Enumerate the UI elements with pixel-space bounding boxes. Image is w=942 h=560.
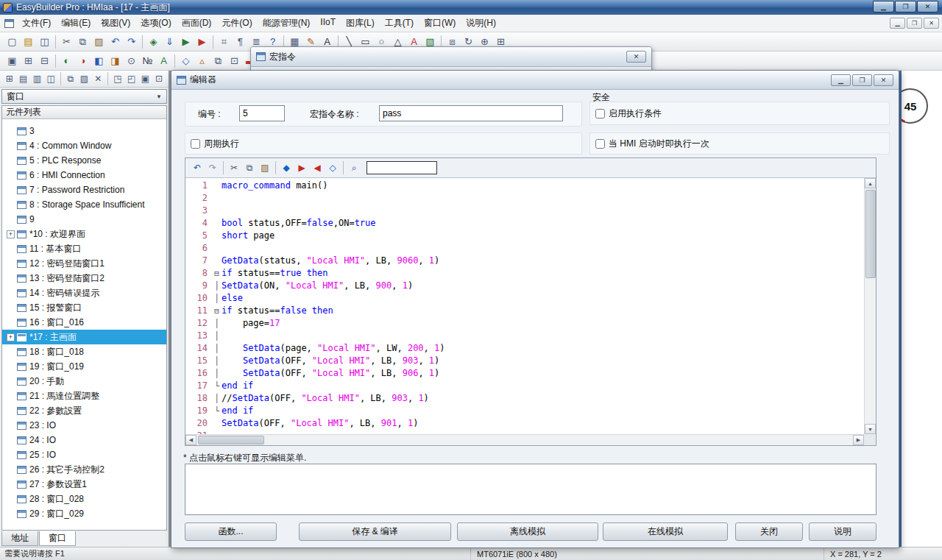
- window-preview-icon[interactable]: ◫: [44, 72, 57, 86]
- tree-item-22[interactable]: 25 : IO: [2, 447, 166, 462]
- run-once-checkbox[interactable]: 当 HMI 启动时即执行一次: [595, 136, 709, 151]
- menu-item-9[interactable]: 工具(T): [380, 15, 419, 32]
- periodic-checkbox-input[interactable]: [191, 139, 200, 149]
- code-line[interactable]: 19└end if: [185, 405, 864, 417]
- ascii-input-icon[interactable]: A: [156, 53, 171, 68]
- macro-number-input[interactable]: [239, 105, 285, 121]
- menu-item-8[interactable]: 图库(L): [341, 15, 380, 32]
- horizontal-scrollbar[interactable]: ◀ ▶: [185, 434, 864, 445]
- scroll-up-arrow[interactable]: ▲: [865, 178, 876, 188]
- window-settings-icon[interactable]: ▣: [138, 72, 152, 86]
- minimize-button[interactable]: ▁: [873, 1, 894, 13]
- run-once-checkbox-input[interactable]: [595, 139, 605, 149]
- code-line[interactable]: 12│ page=17: [185, 317, 864, 330]
- undo-icon[interactable]: ↶: [190, 160, 205, 175]
- horizontal-scroll-thumb[interactable]: [198, 436, 264, 444]
- bookmark-next-icon[interactable]: ▶: [294, 160, 309, 175]
- code-line[interactable]: 11⊟if status==false then: [185, 305, 864, 317]
- exec-condition-checkbox-input[interactable]: [595, 109, 605, 118]
- code-line[interactable]: 8⊟if status==true then: [185, 267, 864, 280]
- cut-icon[interactable]: ✂: [59, 34, 74, 49]
- download-icon[interactable]: ⇓: [162, 34, 177, 49]
- code-search-input[interactable]: [366, 161, 437, 174]
- save-compile-button[interactable]: 保存 & 编译: [299, 522, 451, 541]
- tree-item-3[interactable]: 6 : HMI Connection: [2, 168, 166, 182]
- window-copy-icon[interactable]: ⧉: [64, 72, 77, 86]
- numeric-input-icon[interactable]: №: [140, 53, 155, 68]
- bookmark-toggle-icon[interactable]: ◆: [279, 160, 294, 175]
- code-line[interactable]: 14│ SetData(page, "Local HMI", LW, 200, …: [185, 342, 864, 355]
- address-grid-icon[interactable]: ⌗: [216, 34, 232, 49]
- periodic-checkbox[interactable]: 周期执行: [191, 136, 239, 151]
- offline-simulation-icon[interactable]: ▶: [178, 34, 194, 49]
- code-line[interactable]: 16│ SetData(OFF, "Local HMI", LB, 906, 1…: [185, 367, 864, 380]
- code-line[interactable]: 2: [185, 192, 864, 205]
- tree-item-12[interactable]: 15 : 报警窗口: [2, 300, 166, 315]
- tree-item-9[interactable]: 12 : 密码登陆窗口1: [2, 256, 166, 271]
- window-delete-icon[interactable]: ✕: [91, 72, 105, 86]
- bit-lamp-icon[interactable]: ◐: [59, 53, 74, 68]
- tree-item-16[interactable]: 19 : 窗口_019: [2, 359, 166, 374]
- menu-item-1[interactable]: 编辑(E): [56, 15, 96, 32]
- tree-expander-icon[interactable]: +: [7, 333, 15, 341]
- online-simulation-icon[interactable]: ▶: [194, 34, 210, 49]
- code-line[interactable]: 7GetData(status, "Local HMI", LB, 9060, …: [185, 255, 864, 267]
- menu-item-2[interactable]: 视图(V): [96, 15, 135, 32]
- tree-item-2[interactable]: 5 : PLC Response: [2, 153, 166, 168]
- animation-icon[interactable]: ▵: [194, 53, 210, 68]
- tree-item-7[interactable]: +*10 : 欢迎界面: [2, 227, 166, 241]
- code-line[interactable]: 18│//SetData(OFF, "Local HMI", LB, 903, …: [185, 392, 864, 405]
- tree-item-4[interactable]: 7 : Password Restriction: [2, 182, 166, 197]
- redo-icon[interactable]: ↷: [205, 160, 220, 175]
- tree-item-23[interactable]: 26 : 其它手动控制2: [2, 462, 166, 477]
- panel-selector[interactable]: 窗口 ▼: [1, 89, 167, 104]
- tree-item-5[interactable]: 8 : Storage Space Insufficient: [2, 197, 166, 212]
- scroll-down-arrow[interactable]: ▼: [865, 424, 876, 434]
- tree-item-24[interactable]: 27 : 参数设置1: [2, 477, 166, 492]
- macro-name-input[interactable]: [379, 105, 563, 121]
- macro-window-close-button[interactable]: ✕: [626, 51, 646, 63]
- code-line[interactable]: 5short page: [185, 230, 864, 242]
- mdi-child-icon[interactable]: [4, 19, 14, 28]
- tree-item-10[interactable]: 13 : 密码登陆窗口2: [2, 271, 166, 286]
- compile-icon[interactable]: ◈: [146, 34, 161, 49]
- mdi-restore-button[interactable]: ❐: [907, 18, 922, 29]
- scroll-left-arrow[interactable]: ◀: [185, 435, 196, 445]
- tree-item-15[interactable]: 18 : 窗口_018: [2, 344, 166, 359]
- tree-item-21[interactable]: 24 : IO: [2, 433, 166, 447]
- indirect-window-icon[interactable]: ⧉: [210, 53, 226, 68]
- code-area[interactable]: 1macro_command main()234bool status,OFF=…: [185, 178, 864, 434]
- label-library-icon[interactable]: ¶: [233, 34, 248, 49]
- open-file-icon[interactable]: ▤: [21, 34, 36, 49]
- find-icon[interactable]: ⌕: [347, 160, 361, 175]
- new-window-icon[interactable]: ⊞: [3, 72, 16, 86]
- offline-simulation-button[interactable]: 离线模拟: [457, 522, 598, 541]
- vertical-scroll-thumb[interactable]: [865, 190, 876, 278]
- menu-item-7[interactable]: IIoT: [315, 15, 341, 32]
- menu-item-6[interactable]: 能源管理(N): [258, 15, 316, 32]
- bookmark-prev-icon[interactable]: ◀: [310, 160, 325, 175]
- tree-expander-icon[interactable]: +: [7, 230, 15, 238]
- code-line[interactable]: 20SetData(OFF, "Local HMI", LB, 901, 1): [185, 417, 864, 430]
- code-line[interactable]: 10│else: [185, 292, 864, 305]
- close-button[interactable]: ✕: [917, 1, 938, 13]
- code-line[interactable]: 15│ SetData(OFF, "Local HMI", LB, 903, 1…: [185, 355, 864, 367]
- window-grid-icon[interactable]: ⊡: [152, 72, 166, 86]
- code-line[interactable]: 17└end if: [185, 380, 864, 392]
- window-settings-icon[interactable]: ▣: [4, 53, 20, 68]
- menu-item-10[interactable]: 窗口(W): [419, 15, 461, 32]
- copy-icon[interactable]: ⧉: [75, 34, 91, 49]
- compile-message-box[interactable]: [185, 464, 877, 515]
- redo-icon[interactable]: ↷: [124, 34, 139, 49]
- moving-shape-icon[interactable]: ◇: [178, 53, 194, 68]
- bookmark-clear-icon[interactable]: ◇: [325, 160, 340, 175]
- menu-item-11[interactable]: 说明(H): [461, 15, 501, 32]
- fold-marker-icon[interactable]: ⊟: [212, 305, 222, 317]
- functions-button[interactable]: 函数...: [185, 522, 277, 541]
- panel-tab-0[interactable]: 地址: [1, 531, 38, 546]
- undo-icon[interactable]: ↶: [107, 34, 123, 49]
- tree-item-17[interactable]: 20 : 手動: [2, 374, 166, 389]
- tree-item-11[interactable]: 14 : 密码错误提示: [2, 286, 166, 300]
- editor-maximize-button[interactable]: ❐: [852, 74, 872, 86]
- open-window-icon[interactable]: ⊞: [21, 53, 36, 68]
